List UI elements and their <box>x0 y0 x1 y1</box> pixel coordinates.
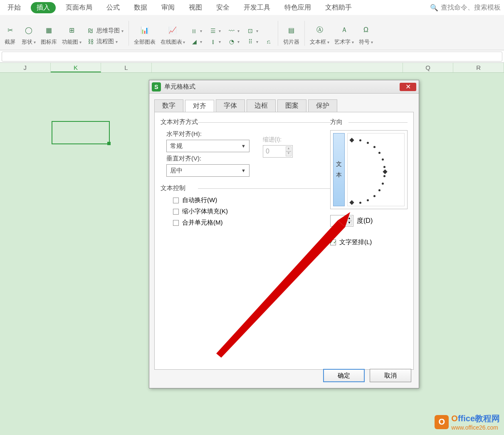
checkbox-icon <box>173 209 179 215</box>
tab-border[interactable]: 边框 <box>247 99 276 112</box>
tool-screenshot-label: 截屏 <box>5 38 15 46</box>
tab-number[interactable]: 数字 <box>154 99 183 112</box>
indent-spinner[interactable]: 0 ▲ ▼ <box>263 145 293 158</box>
tool-diagrams: ₪思维导图 ▾ ⛓流程图 ▾ <box>86 27 124 46</box>
ok-button[interactable]: 确定 <box>323 369 365 382</box>
close-icon: ✕ <box>405 83 411 91</box>
vertical-text-label: 文字竖排(L) <box>339 238 372 246</box>
caret-icon: ▾ <box>78 40 82 44</box>
cell-format-dialog: S 单元格格式 ✕ 数字 对齐 字体 边框 图案 保护 文本对齐方式 水平对齐(… <box>149 80 419 388</box>
hbar-icon[interactable]: ☰ <box>209 27 217 35</box>
menu-security[interactable]: 安全 <box>212 2 234 14</box>
stock-icon[interactable]: ⊡ <box>246 27 254 35</box>
orientation-preview[interactable]: 文本 <box>330 130 408 209</box>
menu-review[interactable]: 审阅 <box>157 2 179 14</box>
col-R[interactable]: R <box>453 63 504 72</box>
tool-onlinecharts[interactable]: 📈 在线图表 ▾ <box>161 23 185 46</box>
merge-label: 合并单元格(M) <box>182 219 223 227</box>
degree-spinner[interactable]: ▲ ▼ <box>330 215 353 227</box>
tab-alignment[interactable]: 对齐 <box>185 100 214 112</box>
pie-icon[interactable]: ◔ <box>227 37 236 46</box>
caret-icon: ▾ <box>182 40 185 44</box>
cancel-button[interactable]: 取消 <box>370 369 411 382</box>
section-text-control: 文本控制 <box>161 184 331 192</box>
tool-allcharts-label: 全部图表 <box>134 38 156 46</box>
menu-formula[interactable]: 公式 <box>102 2 124 14</box>
col-hidden <box>152 63 403 72</box>
tool-slicer: ▤ 切片器 <box>283 23 299 46</box>
cell-selection[interactable] <box>52 121 110 144</box>
checkbox-vertical-text[interactable]: ✓ 文字竖排(L) <box>330 238 408 246</box>
checkbox-shrink[interactable]: 缩小字体填充(K) <box>173 208 331 215</box>
search-commands[interactable]: 🔍 查找命令、搜索模板 <box>430 3 501 12</box>
menu-dochelper[interactable]: 文档助手 <box>321 2 356 14</box>
col-L[interactable]: L <box>101 63 152 72</box>
h-align-label: 水平对齐(H): <box>166 130 331 138</box>
section-text-align: 文本对齐方式 <box>161 118 331 126</box>
col-icon[interactable]: ⫿ <box>209 37 217 46</box>
fill-handle[interactable] <box>107 142 111 145</box>
smartart-icon: ⊞ <box>65 23 78 37</box>
svg-marker-1 <box>216 220 345 358</box>
menu-special[interactable]: 特色应用 <box>280 2 315 14</box>
tool-screenshot[interactable]: ✂ 截屏 <box>3 23 17 46</box>
spinner-up[interactable]: ▲ <box>286 146 292 151</box>
menu-devtools[interactable]: 开发工具 <box>240 2 274 14</box>
tool-flowchart[interactable]: ⛓流程图 ▾ <box>86 37 124 46</box>
col-Q[interactable]: Q <box>403 63 454 72</box>
menu-data[interactable]: 数据 <box>130 2 151 14</box>
annotation-arrow <box>213 212 350 362</box>
menu-layout[interactable]: 页面布局 <box>62 2 96 14</box>
dialog-titlebar[interactable]: S 单元格格式 ✕ <box>149 80 419 94</box>
spinner-up[interactable]: ▲ <box>346 216 352 221</box>
slicer-icon: ▤ <box>285 23 298 37</box>
separator <box>304 21 305 46</box>
v-align-combo[interactable]: 居中 ▼ <box>166 164 250 177</box>
caret-icon: ▾ <box>121 29 124 33</box>
tool-symbol[interactable]: Ω 符号 ▾ <box>359 23 373 46</box>
tool-allcharts[interactable]: 📊 全部图表 <box>134 23 156 46</box>
tab-protect[interactable]: 保护 <box>308 99 337 112</box>
menu-view[interactable]: 视图 <box>185 2 206 14</box>
close-button[interactable]: ✕ <box>400 83 416 91</box>
scissors-icon: ✂ <box>3 23 17 37</box>
orientation-section: 方向 文本 <box>330 118 408 246</box>
menu-start[interactable]: 开始 <box>3 2 25 14</box>
watermark-url: www.office26.com <box>451 424 500 431</box>
area-icon[interactable]: ◢ <box>190 37 198 46</box>
h-align-combo[interactable]: 常规 ▼ <box>166 140 250 152</box>
tool-mindmap-label: 思维导图 <box>96 27 120 35</box>
tool-mindmap[interactable]: ₪思维导图 ▾ <box>86 27 124 35</box>
omega-icon: Ω <box>359 23 373 37</box>
tool-wordart[interactable]: Ａ 艺术字 ▾ <box>334 23 354 46</box>
combo-icon[interactable]: ⎌ <box>264 37 273 46</box>
scatter-icon[interactable]: ⠿ <box>246 37 254 46</box>
wordart-icon: Ａ <box>338 23 351 37</box>
spinner-down[interactable]: ▼ <box>286 151 292 156</box>
checkbox-merge[interactable]: 合并单元格(M) <box>173 219 331 227</box>
checkbox-wrap[interactable]: 自动换行(W) <box>173 196 331 204</box>
line-icon[interactable]: 〰 <box>227 27 236 35</box>
checkbox-icon <box>173 198 179 203</box>
formula-bar[interactable] <box>2 52 502 62</box>
tab-pattern[interactable]: 图案 <box>277 99 306 112</box>
tab-font[interactable]: 字体 <box>216 99 245 112</box>
spinner-down[interactable]: ▼ <box>346 221 352 225</box>
wrap-label: 自动换行(W) <box>182 196 217 204</box>
col-K[interactable]: K <box>51 63 101 72</box>
dialog-body: 文本对齐方式 水平对齐(H): 常规 ▼ 缩进(I): 0 ▲ ▼ <box>154 112 414 370</box>
vertical-text-button[interactable]: 文本 <box>333 133 345 206</box>
orientation-arc[interactable] <box>347 133 405 206</box>
bar-icon[interactable]: ⫼ <box>190 27 198 35</box>
spreadsheet[interactable]: J K L Q R <box>0 63 504 73</box>
tool-iconlib[interactable]: ▦ 图标库 <box>41 23 57 46</box>
col-J[interactable]: J <box>0 63 51 72</box>
mindmap-icon: ₪ <box>86 27 95 35</box>
tool-textbox[interactable]: Ⓐ 文本框 ▾ <box>310 23 329 46</box>
tool-shapes-label: 形状 <box>22 39 32 45</box>
h-align-value: 常规 <box>170 142 183 150</box>
tool-slicer-label: 切片器 <box>283 38 299 46</box>
tool-shapes[interactable]: ◯ 形状 ▾ <box>22 23 36 46</box>
tool-smartart[interactable]: ⊞ 功能图 ▾ <box>62 23 82 46</box>
menu-insert[interactable]: 插入 <box>31 2 56 13</box>
